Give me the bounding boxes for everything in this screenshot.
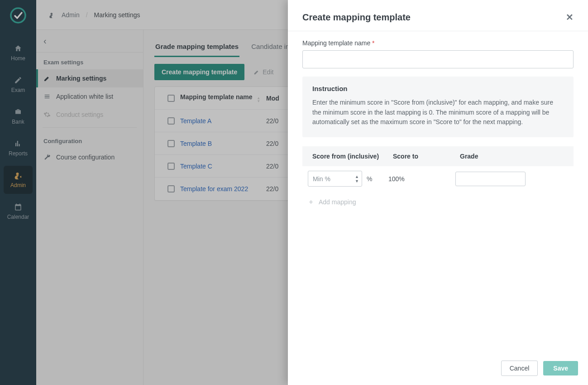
plus-icon [308, 199, 314, 205]
grade-input[interactable] [455, 172, 526, 186]
percent-symbol: % [367, 175, 372, 183]
instruction-title: Instruction [312, 85, 564, 92]
cancel-button[interactable]: Cancel [501, 361, 538, 376]
spinner-up[interactable]: ▲ [355, 174, 359, 179]
spinner-down[interactable]: ▼ [355, 179, 359, 183]
close-icon[interactable]: ✕ [566, 12, 574, 23]
score-from-input-wrap: ▲ ▼ [308, 171, 362, 187]
col-score-from: Score from (inclusive) [312, 153, 393, 160]
score-from-input[interactable] [308, 175, 344, 183]
name-label: Mapping template name * [302, 39, 574, 47]
col-score-to: Score to [393, 153, 460, 160]
score-to-value: 100% [388, 175, 455, 183]
add-mapping-button[interactable]: Add mapping [302, 191, 574, 213]
drawer-title: Create mapping template [302, 12, 411, 23]
mapping-row: ▲ ▼ % 100% [302, 166, 574, 191]
instruction-box: Instruction Enter the minimum score in "… [302, 77, 574, 137]
instruction-body: Enter the minimum score in "Score from (… [312, 98, 564, 127]
mapping-table: Score from (inclusive) Score to Grade ▲ … [302, 146, 574, 213]
col-grade: Grade [460, 153, 564, 160]
save-button[interactable]: Save [543, 361, 578, 375]
template-name-input[interactable] [302, 50, 574, 68]
create-template-drawer: Create mapping template ✕ Mapping templa… [288, 0, 588, 385]
